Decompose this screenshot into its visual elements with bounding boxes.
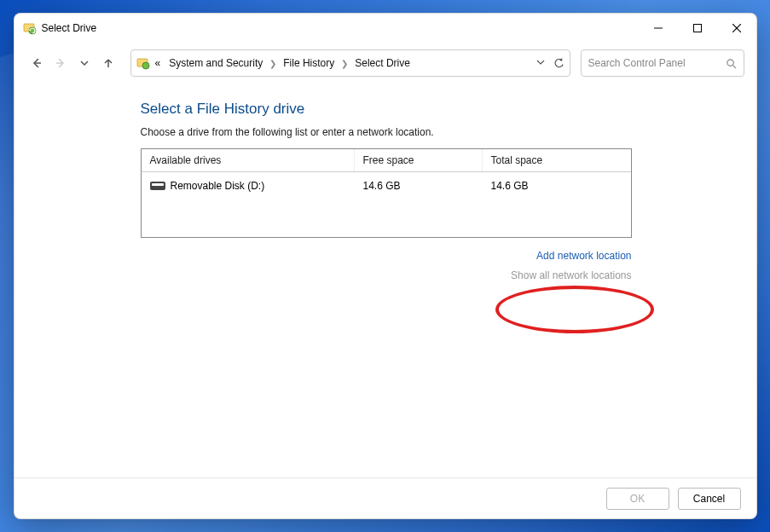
breadcrumb-item[interactable]: System and Security — [165, 55, 266, 71]
chevron-right-icon[interactable]: ❯ — [268, 59, 278, 68]
address-dropdown-button[interactable] — [536, 58, 545, 69]
footer: OK Cancel — [14, 477, 756, 518]
maximize-button[interactable] — [678, 14, 717, 43]
app-icon — [23, 21, 37, 35]
drives-table: Available drives Free space Total space … — [141, 148, 632, 238]
search-box[interactable]: Search Control Panel — [581, 49, 744, 77]
ok-button[interactable]: OK — [606, 488, 669, 510]
page-heading: Select a File History drive — [141, 101, 741, 118]
action-links: Add network location Show all network lo… — [141, 246, 632, 286]
breadcrumb-item[interactable]: Select Drive — [351, 55, 414, 71]
page-subtext: Choose a drive from the following list o… — [141, 126, 741, 138]
col-header-total[interactable]: Total space — [483, 149, 631, 171]
address-icon — [136, 56, 150, 70]
svg-point-10 — [727, 59, 732, 65]
removable-disk-icon — [150, 182, 165, 190]
add-network-location-link[interactable]: Add network location — [536, 246, 631, 266]
drive-free: 14.6 GB — [363, 180, 401, 192]
minimize-button[interactable] — [639, 14, 678, 43]
table-row[interactable]: Removable Disk (D:) 14.6 GB 14.6 GB — [142, 172, 631, 237]
search-placeholder: Search Control Panel — [588, 57, 726, 69]
search-icon — [726, 58, 737, 69]
col-header-drives[interactable]: Available drives — [142, 149, 355, 171]
toolbar: « System and Security ❯ File History ❯ S… — [14, 43, 756, 84]
annotation-ellipse — [495, 286, 654, 333]
window-title: Select Drive — [42, 22, 97, 34]
forward-button[interactable] — [50, 53, 71, 73]
recent-locations-button[interactable] — [74, 53, 95, 73]
show-all-network-locations-link[interactable]: Show all network locations — [511, 266, 631, 286]
up-button[interactable] — [98, 53, 119, 73]
table-header: Available drives Free space Total space — [142, 149, 631, 172]
drive-total: 14.6 GB — [491, 180, 529, 192]
col-header-free[interactable]: Free space — [355, 149, 483, 171]
breadcrumb-item[interactable]: File History — [280, 55, 338, 71]
svg-point-9 — [142, 62, 149, 69]
content: Select a File History drive Choose a dri… — [14, 84, 756, 477]
chevron-right-icon[interactable]: ❯ — [339, 59, 350, 68]
svg-rect-3 — [693, 25, 701, 32]
drive-name: Removable Disk (D:) — [171, 180, 265, 192]
address-bar[interactable]: « System and Security ❯ File History ❯ S… — [130, 49, 570, 77]
back-button[interactable] — [26, 53, 47, 73]
breadcrumb-prefix: « — [152, 55, 165, 71]
titlebar: Select Drive — [14, 14, 756, 43]
refresh-button[interactable] — [553, 58, 564, 69]
close-button[interactable] — [717, 14, 756, 43]
cancel-button[interactable]: Cancel — [678, 488, 741, 510]
window: Select Drive — [14, 13, 757, 519]
svg-line-11 — [732, 65, 736, 68]
